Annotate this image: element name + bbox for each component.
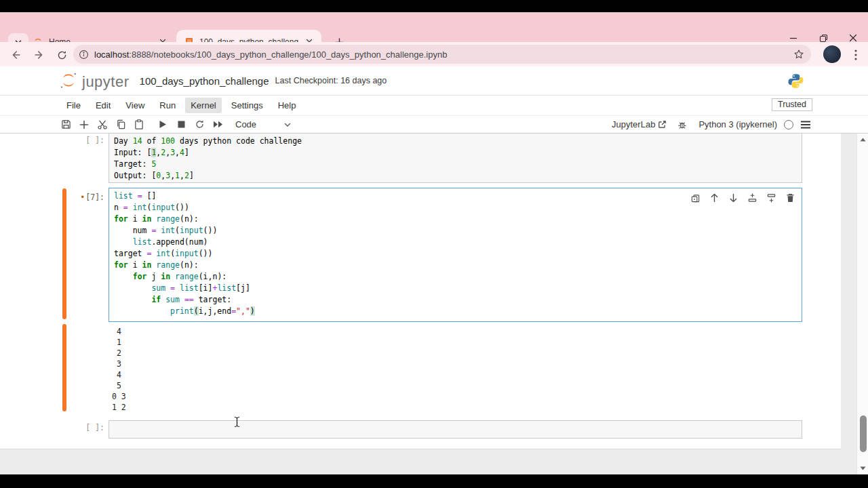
reload-button[interactable] (53, 46, 71, 64)
url-text: localhost:8888/notebooks/100_days_python… (94, 49, 793, 60)
python-logo (787, 73, 804, 89)
code-editor[interactable] (109, 421, 802, 425)
code-cell-1[interactable]: Day 14 of 100 days python code challenge… (108, 133, 802, 183)
jupyter-header: jupyter 100_days_python_challenge Last C… (0, 66, 868, 96)
chevron-down-icon[interactable] (283, 121, 292, 129)
move-cell-up-icon[interactable] (708, 192, 721, 204)
delete-cell-icon[interactable] (784, 192, 797, 204)
insert-cell-below-icon[interactable] (765, 192, 778, 204)
browser-toolbar: localhost:8888/notebooks/100_days_python… (0, 42, 868, 66)
profile-avatar[interactable] (823, 45, 841, 63)
cell-prompt: [ ]: (66, 136, 104, 145)
forward-button[interactable] (31, 46, 48, 64)
trusted-badge[interactable]: Trusted (772, 98, 812, 111)
interrupt-kernel-button[interactable] (172, 117, 190, 132)
toolbar-menu-icon[interactable] (800, 121, 811, 129)
duplicate-cell-icon[interactable] (689, 192, 702, 204)
copy-cells-button[interactable] (112, 117, 130, 132)
cell-outputs: 4123450 31 2 (108, 326, 787, 413)
notebook-page: [ ]: Day 14 of 100 days python code chal… (0, 134, 841, 449)
letterbox-bottom (0, 474, 868, 488)
url-path: :8888/notebooks/100_days_python_challeng… (129, 49, 447, 60)
menu-file[interactable]: File (61, 98, 86, 113)
scrollbar-thumb[interactable] (860, 415, 867, 452)
cell-prompt: [ ]: (66, 423, 104, 432)
output-collapser[interactable] (62, 324, 66, 411)
cell-toolbar (687, 191, 799, 205)
input-collapser[interactable] (62, 188, 66, 319)
screen: Home 100_days_python_challenge (0, 0, 868, 488)
jupyter-logo-icon (58, 70, 79, 91)
url-host: localhost (94, 49, 129, 60)
insert-cell-above-icon[interactable] (746, 192, 759, 204)
restart-run-all-button[interactable] (209, 117, 226, 132)
code-cell-3[interactable] (108, 420, 802, 439)
menu-settings[interactable]: Settings (226, 98, 269, 113)
move-cell-down-icon[interactable] (727, 192, 740, 204)
jupyterlab-label: JupyterLab (612, 119, 655, 129)
address-bar[interactable]: localhost:8888/notebooks/100_days_python… (73, 45, 811, 64)
back-button[interactable] (7, 46, 24, 64)
modified-dot: • (80, 192, 85, 202)
jupyter-logo[interactable]: jupyter (58, 70, 130, 91)
open-in-jupyterlab-link[interactable]: JupyterLab (612, 119, 667, 129)
paste-cells-button[interactable] (130, 117, 148, 132)
menu-bar: File Edit View Run Kernel Settings Help … (0, 96, 868, 116)
menu-run[interactable]: Run (154, 98, 181, 113)
code-editor[interactable]: Day 14 of 100 days python code challenge… (109, 134, 802, 184)
notebook-toolbar: Code JupyterLab Python 3 (ipykernel) (0, 116, 868, 134)
bookmark-star-icon[interactable] (793, 49, 804, 60)
debugger-bug-icon[interactable] (673, 117, 691, 132)
restart-kernel-button[interactable] (191, 117, 208, 132)
run-cell-button[interactable] (154, 117, 172, 132)
scroll-up-icon[interactable] (857, 135, 868, 144)
save-button[interactable] (57, 117, 75, 132)
notebook-title[interactable]: 100_days_python_challenge (140, 75, 269, 87)
code-cell-2[interactable]: list = []n = int(input())for i in range(… (108, 188, 802, 322)
browser-tab-strip: Home 100_days_python_challenge (0, 12, 868, 42)
site-info-icon[interactable] (79, 49, 89, 60)
menu-kernel[interactable]: Kernel (185, 98, 222, 113)
jupyter-logo-text: jupyter (82, 75, 130, 91)
vertical-scrollbar[interactable] (856, 134, 868, 474)
letterbox-top (0, 0, 868, 12)
kernel-status-icon (784, 120, 793, 129)
kernel-name[interactable]: Python 3 (ipykernel) (698, 119, 777, 129)
menu-edit[interactable]: Edit (90, 98, 116, 113)
cut-cells-button[interactable] (94, 117, 111, 132)
cell-prompt: •[7]: (66, 192, 104, 202)
browser-menu-button[interactable] (848, 46, 864, 64)
insert-cell-button[interactable] (75, 117, 93, 132)
menu-view[interactable]: View (120, 98, 150, 113)
external-link-icon (658, 120, 667, 129)
notebook-area: [ ]: Day 14 of 100 days python code chal… (0, 134, 868, 474)
scroll-down-icon[interactable] (857, 464, 868, 473)
checkpoint-text: Last Checkpoint: 16 days ago (275, 76, 387, 85)
code-editor[interactable]: list = []n = int(input())for i in range(… (109, 188, 802, 319)
cell-type-dropdown[interactable]: Code (235, 119, 256, 129)
menu-help[interactable]: Help (273, 98, 302, 113)
